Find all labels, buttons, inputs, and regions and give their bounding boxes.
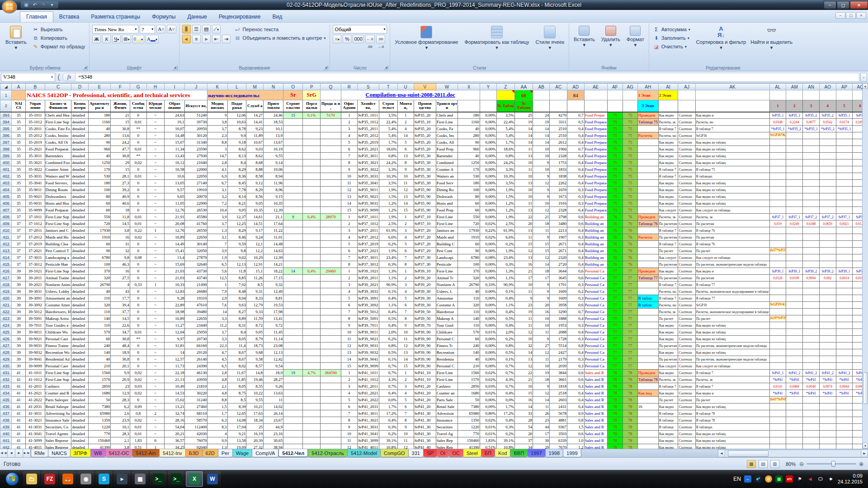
cell[interactable]: 10 xyxy=(533,363,550,370)
cell[interactable]: *SrP41 xyxy=(786,376,803,383)
cell[interactable]: 0,002 xyxy=(819,275,836,282)
cell[interactable] xyxy=(786,336,803,343)
cell[interactable]: 3 xyxy=(803,100,820,112)
cell[interactable]: 0,00% xyxy=(480,261,496,268)
office-button-icon[interactable] xyxy=(2,0,17,14)
cell[interactable]: 15 xyxy=(341,207,357,214)
cell[interactable]: 0,02 xyxy=(130,376,146,383)
cell[interactable]: 18 xyxy=(533,376,550,383)
cell[interactable]: Dishwashers xyxy=(45,193,71,200)
cell[interactable]: 10,89 xyxy=(164,315,185,322)
cell[interactable]: 16 xyxy=(515,261,533,268)
cell[interactable]: SrP39_50 xyxy=(414,309,436,315)
cell[interactable]: Соотнош xyxy=(678,329,695,336)
cell[interactable] xyxy=(283,241,303,248)
cell[interactable]: 10 xyxy=(515,160,533,166)
cell[interactable]: 76 xyxy=(623,241,637,248)
cell[interactable]: 1,7% xyxy=(379,404,397,410)
cell[interactable]: 9,55 xyxy=(246,397,264,404)
paste-button[interactable]: Вставить▾ xyxy=(4,25,28,64)
select-all-corner[interactable]: ◢ xyxy=(0,84,12,90)
column-header-AD[interactable]: AD xyxy=(567,84,584,90)
cell[interactable]: 1 xyxy=(146,227,164,234)
cell[interactable] xyxy=(283,356,303,363)
cell[interactable]: 4,5 xyxy=(208,356,227,363)
cell[interactable]: SrP35_2021 xyxy=(357,146,379,153)
cell[interactable]: 110 xyxy=(88,309,111,315)
cell[interactable]: Food Prepara xyxy=(584,187,607,193)
cell[interactable]: Как видно xyxy=(658,336,678,343)
cell[interactable]: 78 xyxy=(607,410,623,417)
cell[interactable]: 12,39 xyxy=(264,207,283,214)
cell[interactable]: SrP39_10 xyxy=(414,268,436,275)
cell[interactable]: 1,7 xyxy=(208,410,227,417)
cell[interactable] xyxy=(303,349,321,356)
cell[interactable]: Tour Guid xyxy=(436,322,458,329)
cell[interactable]: 0,02% xyxy=(480,221,496,227)
shrink-font-button[interactable]: A˅ xyxy=(167,25,176,33)
cell[interactable]: Как видно из таблиц xyxy=(695,404,769,410)
cell[interactable]: 26 xyxy=(533,410,550,417)
cell[interactable]: 210 xyxy=(88,363,111,370)
cell[interactable] xyxy=(786,234,803,241)
ribbon-tab-данные[interactable]: Данные xyxy=(181,12,212,22)
cell[interactable]: 3,5% xyxy=(496,180,514,187)
cell[interactable]: 77 xyxy=(607,309,623,315)
cell[interactable]: 77 xyxy=(623,336,637,343)
cell[interactable]: В таблице 7 xyxy=(658,126,678,132)
cell[interactable]: 75 xyxy=(607,166,623,173)
cell[interactable] xyxy=(584,90,607,100)
cell[interactable]: 3,5% xyxy=(379,180,397,187)
cell[interactable]: 11 xyxy=(533,356,550,363)
cell[interactable]: 1,1% xyxy=(496,302,514,309)
cell[interactable] xyxy=(303,444,321,449)
cell[interactable]: 37 xyxy=(12,261,26,268)
cell[interactable]: 11 xyxy=(515,315,533,322)
cell[interactable]: SrP41_20 xyxy=(414,404,436,410)
cell[interactable] xyxy=(836,166,853,173)
cell[interactable]: 384590 xyxy=(321,370,341,376)
cell[interactable] xyxy=(786,254,803,261)
sort-filter-button[interactable]: АЯ↓ Сортировка и фильтр▾ xyxy=(694,25,748,64)
cell[interactable] xyxy=(769,193,786,200)
sheet-tab-CompGO[interactable]: CompGO xyxy=(380,449,408,457)
cell[interactable]: 8,31 xyxy=(227,322,246,329)
row-header-413[interactable]: 413 xyxy=(0,248,12,254)
cell[interactable]: 8,62 xyxy=(227,146,246,153)
cell[interactable]: 19 xyxy=(283,370,303,376)
cell[interactable]: Искусст во, xyxy=(185,100,208,112)
cell[interactable] xyxy=(303,180,321,187)
cell[interactable]: 8,75 xyxy=(227,390,246,397)
cell[interactable]: 0,3 xyxy=(567,187,584,193)
cell[interactable]: 14 xyxy=(515,126,533,132)
cell[interactable]: 10,49 xyxy=(164,383,185,390)
cell[interactable]: 13,58 xyxy=(227,437,246,444)
cell[interactable]: 34 xyxy=(515,444,533,449)
cell[interactable]: Cooks, All Ot xyxy=(45,139,71,146)
cell[interactable]: 5 xyxy=(397,139,414,146)
cell[interactable]: Travel Agents xyxy=(45,431,71,437)
cell[interactable]: 10 xyxy=(341,431,357,437)
taskbar-app-calculator[interactable]: ▦ xyxy=(132,471,149,487)
cell[interactable]: SrP39_9032 xyxy=(357,349,379,356)
vertical-scroll-thumb[interactable] xyxy=(863,372,868,404)
cell[interactable] xyxy=(836,261,853,268)
cell[interactable]: 32 xyxy=(111,248,130,254)
scroll-right-icon[interactable]: ► xyxy=(861,450,868,457)
cell[interactable] xyxy=(303,146,321,153)
cell[interactable]: 24,63 xyxy=(164,112,185,119)
cell[interactable] xyxy=(321,207,341,214)
cell[interactable]: 11,26 xyxy=(246,275,264,282)
cell[interactable] xyxy=(836,309,853,315)
cell[interactable]: 77 xyxy=(623,343,637,349)
cell[interactable]: 4,7 xyxy=(208,349,227,356)
cell[interactable]: Food Prepara xyxy=(584,180,607,187)
cell[interactable]: 22,18 xyxy=(164,370,185,376)
cell[interactable]: ** xyxy=(130,153,146,160)
cell[interactable] xyxy=(803,241,820,248)
cell[interactable] xyxy=(283,397,303,404)
cell[interactable]: 19,1 xyxy=(164,119,185,126)
column-header-N[interactable]: N xyxy=(264,84,283,90)
cell[interactable] xyxy=(283,363,303,370)
cell[interactable]: По расчетам xyxy=(695,234,769,241)
